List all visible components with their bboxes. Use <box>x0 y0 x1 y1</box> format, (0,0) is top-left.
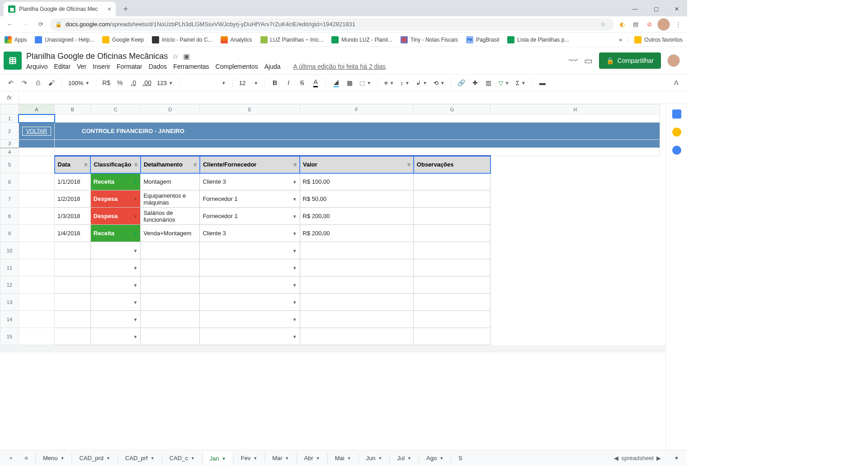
borders-button[interactable]: ▦ <box>343 76 356 89</box>
row-header[interactable]: 13 <box>0 294 19 311</box>
sheet-tab-ago[interactable]: Ago▼ <box>421 452 449 465</box>
col-header[interactable]: G <box>414 105 491 114</box>
obs-cell[interactable] <box>414 190 491 208</box>
cell[interactable] <box>19 311 54 328</box>
row-header[interactable]: 5 <box>0 156 19 173</box>
sheet-tab-cad-prf[interactable]: CAD_prf▼ <box>120 452 160 465</box>
bookmark-overflow-icon[interactable]: » <box>619 37 622 43</box>
dropdown-icon[interactable]: ▼ <box>133 282 137 287</box>
cell[interactable] <box>141 328 200 345</box>
sheet-tab-menu[interactable]: Menu▼ <box>38 452 70 465</box>
account-avatar[interactable] <box>667 54 680 67</box>
bookmark-item[interactable]: Início - Painel do C... <box>152 36 212 43</box>
row-header[interactable]: 7 <box>0 190 19 208</box>
det-cell[interactable]: Montagem <box>141 173 200 190</box>
cell[interactable] <box>55 276 91 294</box>
cli-cell[interactable]: Cliente 3▼ <box>200 173 300 190</box>
move-doc-icon[interactable]: ▣ <box>183 52 190 61</box>
dec-decrease-button[interactable]: .0 <box>127 76 140 89</box>
cell[interactable]: ▼ <box>200 311 300 328</box>
cell[interactable] <box>55 294 91 311</box>
apps-button[interactable]: Apps <box>5 36 27 43</box>
keyboard-button[interactable]: ▬ <box>536 76 549 89</box>
back-button[interactable]: ← <box>4 18 16 31</box>
undo-button[interactable]: ↶ <box>5 76 17 89</box>
cell[interactable] <box>414 242 491 259</box>
val-cell[interactable]: R$ 200,00 <box>300 208 414 225</box>
currency-button[interactable]: R$ <box>100 76 113 89</box>
col-detalhamento[interactable]: Detalhamento≡ <box>141 156 200 173</box>
fill-color-button[interactable]: ◢ <box>330 76 342 89</box>
class-cell[interactable]: Receita▼ <box>90 225 141 242</box>
activity-icon[interactable]: 〰 <box>569 56 578 66</box>
cell[interactable]: ▼ <box>90 294 141 311</box>
val-cell[interactable]: R$ 200,00 <box>300 225 414 242</box>
cell[interactable]: ▼ <box>200 328 300 345</box>
row-header[interactable]: 1 <box>0 114 19 123</box>
col-header[interactable]: C <box>90 105 141 114</box>
cell[interactable] <box>141 242 200 259</box>
collapse-toolbar-button[interactable]: ᐱ <box>670 76 683 89</box>
cell[interactable] <box>300 328 414 345</box>
sheet-tab-jun[interactable]: Jun▼ <box>361 452 388 465</box>
filter-icon[interactable]: ≡ <box>193 162 197 168</box>
sheets-logo-icon[interactable] <box>4 52 22 70</box>
explore-button[interactable]: ✦ <box>669 451 684 466</box>
extension-icon-2[interactable]: ▤ <box>630 19 641 30</box>
maximize-button[interactable]: ▢ <box>646 2 666 16</box>
row-header[interactable]: 15 <box>0 328 19 345</box>
dropdown-icon[interactable]: ▼ <box>133 248 137 253</box>
cell[interactable] <box>300 242 414 259</box>
menu-ver[interactable]: Ver <box>77 63 86 70</box>
cell[interactable] <box>300 276 414 294</box>
cell[interactable] <box>19 156 54 173</box>
cell[interactable] <box>19 148 54 156</box>
cell[interactable] <box>19 259 54 276</box>
close-window-button[interactable]: ✕ <box>666 2 687 16</box>
sheet-tab-cad-c[interactable]: CAD_c▼ <box>164 452 200 465</box>
filter-icon[interactable]: ≡ <box>84 162 87 168</box>
row-header[interactable]: 12 <box>0 276 19 294</box>
font-size-select[interactable]: 12▼ <box>236 80 261 86</box>
menu-editar[interactable]: Editar <box>54 63 71 70</box>
v-align-button[interactable]: ↕▼ <box>398 80 412 86</box>
row-header[interactable]: 3 <box>0 140 19 148</box>
dropdown-icon[interactable]: ▼ <box>292 196 297 201</box>
col-classificacao[interactable]: Classificação≡ <box>90 156 141 173</box>
cell[interactable] <box>19 208 54 225</box>
cell[interactable]: ▼ <box>90 311 141 328</box>
bookmark-item[interactable]: Google Keep <box>102 36 144 43</box>
dropdown-icon[interactable]: ▼ <box>133 231 137 236</box>
col-header[interactable]: H <box>491 105 660 114</box>
cell[interactable]: ▼ <box>200 276 300 294</box>
comments-icon[interactable]: ▭ <box>584 55 593 66</box>
share-button[interactable]: 🔒 Compartilhar <box>599 52 661 69</box>
dropdown-icon[interactable]: ▼ <box>292 300 297 304</box>
obs-cell[interactable] <box>414 225 491 242</box>
back-link[interactable]: VOLTAR <box>22 127 51 136</box>
cell[interactable] <box>19 190 54 208</box>
data-cell[interactable]: 1/2/2018 <box>55 190 91 208</box>
profile-avatar[interactable] <box>657 18 670 31</box>
cell[interactable] <box>19 225 54 242</box>
menu-inserir[interactable]: Inserir <box>93 63 110 70</box>
font-select[interactable]: ▼ <box>184 81 229 86</box>
cell[interactable] <box>414 276 491 294</box>
menu-ajuda[interactable]: Ajuda <box>264 63 281 70</box>
row-header[interactable]: 2 <box>0 123 19 140</box>
dropdown-icon[interactable]: ▼ <box>133 214 137 219</box>
obs-cell[interactable] <box>414 173 491 190</box>
cell[interactable]: ▼ <box>200 294 300 311</box>
banner-title[interactable]: CONTROLE FINANCEIRO - JANEIRO <box>55 123 660 140</box>
class-cell[interactable]: Despesa▼ <box>90 208 141 225</box>
cell[interactable]: ▼ <box>200 242 300 259</box>
dropdown-icon[interactable]: ▼ <box>133 334 137 339</box>
cell[interactable] <box>19 328 54 345</box>
comment-button[interactable]: ✚ <box>469 76 481 89</box>
bold-button[interactable]: B <box>269 76 281 89</box>
cell[interactable] <box>19 140 54 148</box>
dropdown-icon[interactable]: ▼ <box>292 317 297 322</box>
bookmark-item[interactable]: LUZ Planilhas ~ Iníc... <box>260 36 324 43</box>
other-bookmarks-button[interactable]: Outros favoritos <box>634 36 683 43</box>
det-cell[interactable]: Venda+Montagem <box>141 225 200 242</box>
